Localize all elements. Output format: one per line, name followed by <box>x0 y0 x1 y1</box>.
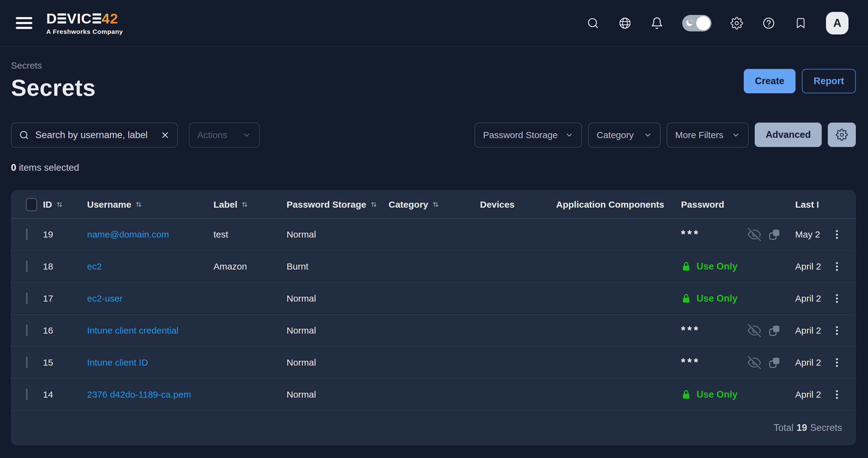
cell-last-edited: May 2 <box>795 229 823 240</box>
search-icon[interactable] <box>586 17 600 30</box>
cell-id: 16 <box>43 325 87 336</box>
cell-label: test <box>214 229 287 240</box>
top-nav: DVIC42 A Freshworks Company A <box>0 0 868 46</box>
more-filters-dropdown[interactable]: More Filters <box>667 122 749 148</box>
moon-icon <box>685 18 694 27</box>
logo-e-glyph <box>58 13 66 24</box>
secret-link[interactable]: ec2 <box>87 261 102 271</box>
row-menu-button[interactable] <box>829 259 844 274</box>
row-checkbox[interactable] <box>26 324 28 336</box>
secret-link[interactable]: Intune client ID <box>87 357 148 367</box>
search-input[interactable] <box>35 130 154 141</box>
cell-label: Amazon <box>214 261 287 272</box>
column-header-password-storage[interactable]: Password Storage <box>287 199 389 210</box>
row-menu-button[interactable] <box>829 291 844 306</box>
table-settings-button[interactable] <box>828 122 856 147</box>
column-header-application-components: Application Components <box>556 199 681 210</box>
row-menu-button[interactable] <box>829 323 844 338</box>
cell-password: Use Only <box>681 293 795 304</box>
password-masked: *** <box>681 228 700 241</box>
cell-id: 17 <box>43 293 87 304</box>
row-checkbox[interactable] <box>26 292 28 304</box>
password-storage-filter[interactable]: Password Storage <box>474 122 582 148</box>
cell-password-storage: Normal <box>287 229 389 240</box>
cell-password: Use Only <box>681 389 795 400</box>
cell-id: 18 <box>43 261 87 272</box>
password-masked: *** <box>681 356 700 369</box>
cell-menu <box>823 227 856 242</box>
globe-icon[interactable] <box>618 17 632 30</box>
create-button[interactable]: Create <box>744 69 796 93</box>
secret-link[interactable]: name@domain.com <box>87 229 169 239</box>
sort-icon <box>241 200 249 208</box>
show-password-icon[interactable] <box>748 356 761 369</box>
cell-password: *** <box>681 228 795 241</box>
select-all-checkbox[interactable] <box>26 198 37 211</box>
chevron-down-icon <box>644 131 652 139</box>
copy-password-icon[interactable] <box>768 228 781 240</box>
show-password-icon[interactable] <box>748 324 761 337</box>
copy-password-icon[interactable] <box>768 324 781 337</box>
table-row: 14 2376 d42do-1189-ca.pem Normal Use Onl… <box>11 379 856 411</box>
main-content: Secrets Secrets Create Report Actions <box>0 46 868 445</box>
cell-last-edited: April 2 <box>795 293 823 304</box>
menu-button[interactable] <box>16 16 35 30</box>
logo-e-glyph <box>93 13 101 24</box>
column-header-last-edited: Last Edited <box>795 191 823 219</box>
clear-search-icon[interactable] <box>160 130 170 140</box>
cell-password-storage: Burnt <box>287 261 389 272</box>
report-button[interactable]: Report <box>802 69 856 93</box>
gear-icon[interactable] <box>730 17 743 30</box>
password-use-only: Use Only <box>681 261 737 272</box>
row-menu-button[interactable] <box>829 355 844 370</box>
cell-username: ec2-user <box>87 293 214 304</box>
advanced-button[interactable]: Advanced <box>755 122 822 147</box>
column-header-password: Password <box>681 199 795 210</box>
menu-bar <box>16 27 32 29</box>
device42-logo[interactable]: DVIC42 A Freshworks Company <box>46 11 123 35</box>
copy-password-icon[interactable] <box>768 356 781 369</box>
bookmark-icon[interactable] <box>794 17 807 30</box>
secret-link[interactable]: 2376 d42do-1189-ca.pem <box>87 390 191 399</box>
lock-icon <box>681 390 691 400</box>
password-actions <box>748 356 791 369</box>
theme-toggle[interactable] <box>682 15 711 31</box>
column-header-username[interactable]: Username <box>87 199 214 210</box>
row-menu-button[interactable] <box>829 387 844 402</box>
column-header-category[interactable]: Category <box>389 199 480 210</box>
cell-username: ec2 <box>87 261 214 272</box>
avatar[interactable]: A <box>826 12 848 34</box>
row-checkbox[interactable] <box>26 228 28 240</box>
column-header-label[interactable]: Label <box>214 199 287 210</box>
chevron-down-icon <box>242 131 251 140</box>
cell-password-storage: Normal <box>287 390 389 400</box>
row-checkbox[interactable] <box>26 389 28 400</box>
page-title: Secrets <box>11 75 96 101</box>
show-password-icon[interactable] <box>748 228 761 241</box>
secret-link[interactable]: Intune client credential <box>87 325 179 336</box>
breadcrumb[interactable]: Secrets <box>11 60 96 71</box>
help-icon[interactable] <box>762 17 775 30</box>
row-menu-button[interactable] <box>829 227 844 242</box>
row-checkbox[interactable] <box>26 356 28 368</box>
cell-id: 15 <box>43 357 87 368</box>
column-header-id[interactable]: ID <box>43 199 87 210</box>
table-row: 17 ec2-user Normal Use Only <box>11 283 856 315</box>
logo-tagline: A Freshworks Company <box>46 28 123 35</box>
lock-icon <box>681 261 691 272</box>
search-box <box>11 122 178 148</box>
row-checkbox[interactable] <box>26 260 28 272</box>
cell-menu <box>823 355 856 370</box>
cell-menu <box>823 387 856 402</box>
category-filter[interactable]: Category <box>588 122 660 148</box>
actions-dropdown[interactable]: Actions <box>189 122 260 148</box>
password-actions <box>748 228 791 241</box>
sort-icon <box>432 200 440 208</box>
password-use-only: Use Only <box>681 293 737 304</box>
cell-password-storage: Normal <box>287 357 389 368</box>
secret-link[interactable]: ec2-user <box>87 293 123 304</box>
bell-icon[interactable] <box>650 17 664 30</box>
cell-password: Use Only <box>681 261 795 272</box>
cell-menu <box>823 323 856 338</box>
sort-icon <box>135 200 143 208</box>
